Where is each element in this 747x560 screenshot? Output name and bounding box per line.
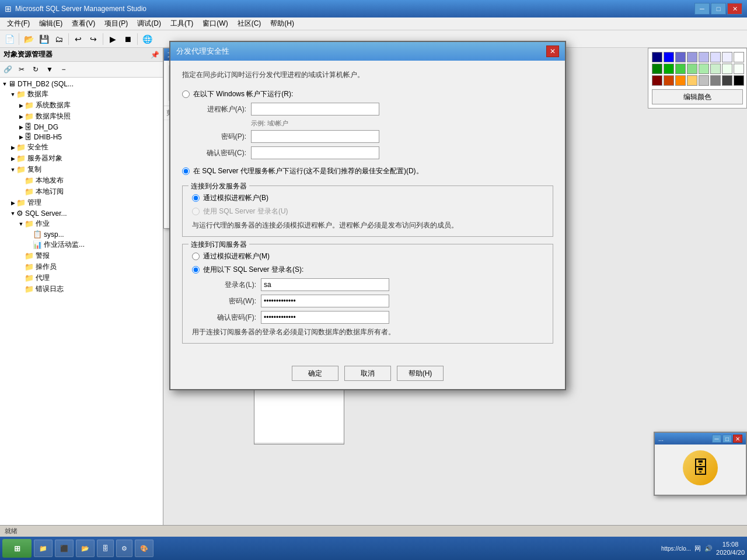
color-swatch[interactable] [734, 64, 744, 74]
color-swatch[interactable] [652, 52, 662, 62]
color-swatch[interactable] [687, 64, 697, 74]
disconnect-btn[interactable]: ✂ [15, 63, 28, 76]
impersonate-process-input[interactable] [192, 194, 200, 202]
color-swatch[interactable] [664, 75, 674, 86]
confirm-password-input[interactable] [251, 146, 379, 159]
color-swatch[interactable] [722, 75, 732, 86]
color-swatch[interactable] [675, 64, 686, 74]
color-swatch[interactable] [734, 52, 744, 62]
connect-btn[interactable]: 🔗 [1, 63, 14, 76]
menu-view[interactable]: 查看(V) [67, 18, 100, 30]
taskbar-item-ssms[interactable]: 🗄 [97, 540, 114, 557]
color-swatch[interactable] [710, 75, 721, 86]
color-swatch[interactable] [687, 52, 697, 62]
help-btn[interactable]: 帮助(H) [397, 366, 444, 381]
color-swatch[interactable] [675, 52, 686, 62]
tree-item-local-pub[interactable]: 📁 本地发布 [1, 175, 162, 186]
color-swatch[interactable] [699, 64, 709, 74]
new-query-btn[interactable]: 📄 [2, 32, 16, 46]
edit-colors-btn[interactable]: 编辑颜色 [652, 89, 743, 104]
sql-login-radio[interactable]: 使用 SQL Server 登录名(U) [192, 206, 543, 216]
color-swatch[interactable] [699, 75, 709, 86]
taskbar-item-explorer[interactable]: 📁 [34, 540, 53, 557]
stop-btn[interactable]: ⏹ [121, 32, 135, 46]
tree-item-dhib[interactable]: ▶ 🗄 DHIB-H5 [1, 132, 162, 142]
start-btn[interactable]: ⊞ [2, 539, 32, 558]
left-panel-pin[interactable]: 📌 [151, 51, 159, 59]
windows-account-input[interactable] [182, 90, 190, 98]
color-swatch[interactable] [652, 75, 662, 86]
menu-window[interactable]: 窗口(W) [198, 18, 232, 30]
execute-btn[interactable]: ▶ [106, 32, 120, 46]
color-swatch[interactable] [652, 64, 662, 74]
tree-item-errorlog[interactable]: 📁 错误日志 [1, 284, 162, 295]
tree-item-activity[interactable]: 📊 作业活动监... [1, 239, 162, 250]
confirm-btn[interactable]: 确定 [292, 366, 338, 381]
tree-item-proxy[interactable]: 📁 代理 [1, 272, 162, 284]
tree-item-dhdg[interactable]: ▶ 🗄 DH_DG [1, 122, 162, 132]
color-swatch[interactable] [675, 75, 686, 86]
open-btn[interactable]: 📂 [22, 32, 36, 46]
menu-tools[interactable]: 工具(T) [166, 18, 198, 30]
save-btn[interactable]: 💾 [37, 32, 51, 46]
filter-btn[interactable]: ▼ [43, 63, 56, 76]
menu-file[interactable]: 文件(F) [2, 18, 34, 30]
tree-item-sys-db[interactable]: ▶ 📁 系统数据库 [1, 100, 162, 111]
sub-password-input[interactable] [261, 295, 389, 307]
close-btn[interactable]: ✕ [727, 3, 742, 15]
maximize-btn[interactable]: □ [711, 3, 726, 15]
menu-community[interactable]: 社区(C) [233, 18, 266, 30]
color-swatch[interactable] [687, 75, 697, 86]
save-all-btn[interactable]: 🗂 [52, 32, 66, 46]
color-swatch[interactable] [722, 64, 732, 74]
sql-login-sub-radio[interactable]: 使用以下 SQL Server 登录名(S): [192, 265, 543, 275]
small-dialog-minimize[interactable]: ─ [712, 435, 721, 443]
sub-confirm-password-input[interactable] [261, 311, 389, 324]
tree-item-operators[interactable]: 📁 操作员 [1, 261, 162, 272]
login-input[interactable] [261, 278, 389, 291]
se-add-btn[interactable]: ＋ [334, 444, 341, 445]
cancel-btn[interactable]: 取消 [344, 366, 391, 381]
tree-item-snapshot[interactable]: ▶ 📁 数据库快照 [1, 111, 162, 122]
color-swatch[interactable] [710, 52, 721, 62]
tree-item-security[interactable]: ▶ 📁 安全性 [1, 142, 162, 153]
collapse-btn[interactable]: − [57, 63, 70, 76]
impersonate-sub-input[interactable] [192, 253, 200, 260]
menu-project[interactable]: 项目(P) [100, 18, 132, 30]
color-swatch[interactable] [710, 64, 721, 74]
minimize-btn[interactable]: ─ [694, 3, 710, 15]
taskbar-item-folder[interactable]: 📂 [76, 540, 95, 557]
small-dialog-close[interactable]: ✕ [733, 435, 742, 443]
dialog-close-btn[interactable]: ✕ [546, 46, 559, 57]
tree-item-jobs[interactable]: ▼ 📁 作业 [1, 218, 162, 229]
tree-item-replication[interactable]: ▼ 📁 复制 [1, 164, 162, 175]
process-account-input[interactable] [251, 103, 379, 116]
refresh-btn[interactable]: ↻ [29, 63, 42, 76]
windows-account-radio[interactable]: 在以下 Windows 帐户下运行(R): [182, 89, 553, 99]
color-swatch[interactable] [734, 75, 744, 86]
tree-item-alerts[interactable]: 📁 警报 [1, 250, 162, 261]
tree-item-server-obj[interactable]: ▶ 📁 服务器对象 [1, 153, 162, 164]
sql-server-account-input[interactable] [182, 167, 190, 175]
menu-edit[interactable]: 编辑(E) [34, 18, 67, 30]
small-dialog-maximize[interactable]: □ [722, 435, 732, 443]
color-swatch[interactable] [664, 52, 674, 62]
tree-item-local-sub[interactable]: 📁 本地订阅 [1, 186, 162, 197]
undo-btn[interactable]: ↩ [71, 32, 85, 46]
impersonate-process-sub-radio[interactable]: 通过模拟进程帐户(M) [192, 251, 543, 261]
taskbar-item-tools[interactable]: ⚙ [116, 540, 132, 557]
tree-item-sqlserver[interactable]: ▼ ⚙ SQL Server... [1, 208, 162, 218]
tree-item-server[interactable]: ▼ 🖥 DTH_DB2 (SQL... [1, 79, 162, 89]
tree-item-sysp[interactable]: 📋 sysp... [1, 229, 162, 239]
tree-item-databases[interactable]: ▼ 📁 数据库 [1, 89, 162, 100]
color-swatch[interactable] [699, 52, 709, 62]
password-input[interactable] [251, 130, 379, 143]
taskbar-time[interactable]: 15:08 2020/4/20 [716, 540, 745, 557]
obj-explorer-btn[interactable]: 🌐 [140, 32, 154, 46]
color-swatch[interactable] [722, 52, 732, 62]
taskbar-item-paint[interactable]: 🎨 [135, 540, 153, 557]
menu-help[interactable]: 帮助(H) [266, 18, 299, 30]
taskbar-item-cmd[interactable]: ⬛ [55, 540, 74, 557]
redo-btn[interactable]: ↪ [86, 32, 100, 46]
sql-login-sub-input[interactable] [192, 266, 200, 274]
